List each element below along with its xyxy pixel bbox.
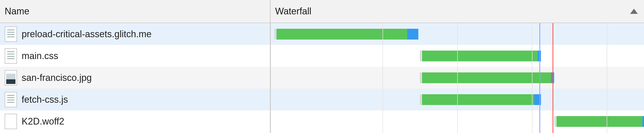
name-header-label: Name (5, 6, 29, 17)
waterfall-header-label: Waterfall (275, 6, 311, 17)
waterfall-header[interactable]: Waterfall (270, 0, 644, 23)
file-name: main.css (22, 51, 58, 61)
domcontentloaded-marker (539, 23, 540, 133)
document-file-icon (5, 92, 17, 107)
name-column: Name preload-critical-assets.glitch.mema… (0, 0, 270, 133)
waterfall-body (270, 23, 644, 133)
queue-tick (420, 51, 421, 61)
waterfall-row[interactable] (270, 45, 644, 67)
waterfall-row[interactable] (270, 110, 644, 132)
waterfall-row[interactable] (270, 67, 644, 89)
file-name: preload-critical-assets.glitch.me (22, 29, 151, 40)
timing-bar[interactable] (420, 72, 554, 83)
timing-bar[interactable] (554, 116, 644, 127)
table-row[interactable]: main.css (0, 45, 270, 67)
image-file-icon (5, 70, 17, 86)
font-file-icon (5, 114, 17, 129)
waiting-segment (556, 116, 642, 127)
table-row[interactable]: preload-critical-assets.glitch.me (0, 23, 270, 45)
queue-tick (274, 29, 276, 40)
queue-tick (554, 116, 556, 127)
queue-tick (420, 94, 421, 105)
file-name: K2D.woff2 (22, 116, 64, 127)
waterfall-rows (270, 23, 644, 133)
download-segment (407, 29, 419, 40)
table-row[interactable]: K2D.woff2 (0, 110, 270, 132)
network-panel: Name preload-critical-assets.glitch.mema… (0, 0, 644, 133)
waterfall-column: Waterfall (270, 0, 644, 133)
timing-bar[interactable] (420, 94, 541, 105)
timing-bar[interactable] (274, 29, 419, 40)
name-rows: preload-critical-assets.glitch.memain.cs… (0, 23, 270, 132)
document-file-icon (5, 48, 17, 64)
timing-bar[interactable] (420, 51, 541, 61)
name-header[interactable]: Name (0, 0, 270, 23)
waiting-segment (422, 72, 551, 83)
waiting-segment (422, 51, 538, 61)
table-row[interactable]: fetch-css.js (0, 89, 270, 110)
queue-tick (420, 72, 421, 83)
waterfall-row[interactable] (270, 23, 644, 45)
sort-ascending-icon (630, 9, 638, 14)
load-marker (553, 23, 553, 133)
file-name: san-francisco.jpg (22, 72, 92, 83)
waterfall-row[interactable] (270, 89, 644, 110)
document-file-icon (5, 26, 17, 42)
table-row[interactable]: san-francisco.jpg (0, 67, 270, 89)
waiting-segment (276, 29, 407, 40)
file-name: fetch-css.js (22, 94, 68, 105)
waiting-segment (422, 94, 534, 105)
download-segment (642, 116, 644, 127)
